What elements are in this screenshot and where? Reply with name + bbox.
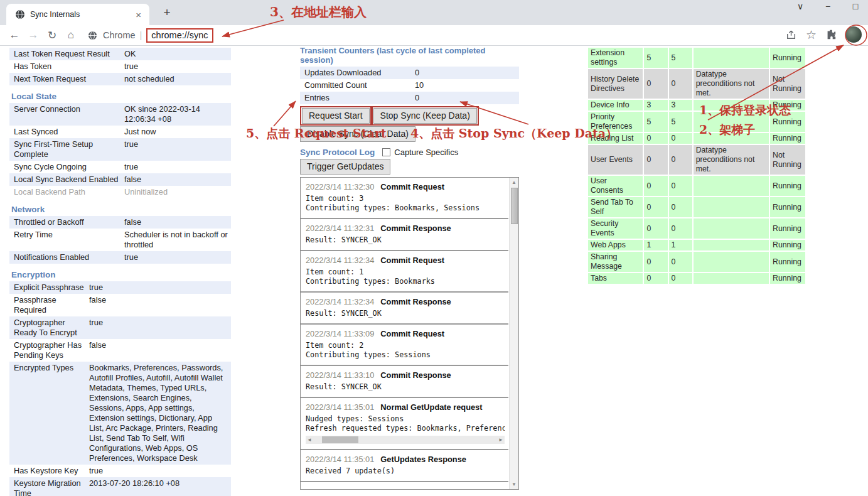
datatype-message — [694, 218, 769, 239]
log-entry-body: Result: SYNCER_OK — [306, 382, 505, 392]
status-row: Throttled or Backoff false — [9, 216, 231, 229]
forward-button[interactable]: → — [24, 29, 43, 41]
datatype-total-count: 3 — [644, 100, 667, 111]
datatype-total-count: 1 — [644, 240, 667, 251]
log-entry-title: GetUpdates Response — [380, 455, 466, 464]
section-local-state: Local State — [11, 92, 231, 101]
status-row: Cryptographer Has Pending Keys false — [9, 339, 231, 362]
status-row: Server Connection OK since 2022-03-14 12… — [9, 103, 231, 126]
v-scroll-thumb[interactable] — [511, 188, 518, 224]
datatype-row: Security Events 0 0 Running — [588, 218, 805, 239]
log-entry-body: Result: SYNCER_OK — [306, 309, 505, 318]
datatype-live-count: 0 — [669, 273, 692, 284]
datatype-total-count: 0 — [644, 133, 667, 144]
request-start-button[interactable]: Request Start — [302, 108, 370, 124]
home-button[interactable]: ⌂ — [62, 29, 80, 41]
counter-row: Updates Downloaded 0 — [300, 67, 519, 79]
sync-protocol-log-title: Sync Protocol Log — [300, 148, 375, 157]
status-row: Last Synced Just now — [9, 126, 231, 138]
datatype-status: Running — [770, 48, 805, 68]
browser-tab[interactable]: Sync Internals × — [6, 4, 149, 25]
datatype-total-count: 0 — [644, 145, 667, 175]
datatype-name: Security Events — [588, 218, 643, 239]
tab-close-icon[interactable]: × — [132, 9, 144, 20]
tab-title: Sync Internals — [30, 10, 132, 19]
log-entry-body: Item count: 3 Contributing types: Bookma… — [306, 194, 505, 213]
status-row: Local Backend Path Uninitialized — [9, 186, 231, 198]
log-entry-title: Commit Request — [380, 329, 444, 338]
url-text[interactable]: chrome://sync — [146, 28, 213, 43]
scroll-up-icon[interactable]: ▲ — [510, 180, 518, 185]
stop-sync-annotation-box: Stop Sync (Keep Data) — [372, 106, 479, 126]
datatype-name: Send Tab To Self — [588, 197, 643, 217]
log-entry-title: Commit Request — [380, 256, 444, 265]
datatype-live-count: 1 — [669, 240, 692, 251]
datatype-row: Web Apps 1 1 Running — [588, 240, 805, 251]
profile-avatar[interactable] — [845, 26, 862, 43]
address-bar[interactable]: Chrome | chrome://sync — [88, 28, 213, 43]
log-entry: 2022/3/14 11:32:30Commit Request Item co… — [301, 178, 508, 219]
scroll-left-icon[interactable]: ◄ — [306, 437, 313, 443]
new-tab-button[interactable]: + — [159, 6, 174, 19]
status-row: Encrypted Types Bookmarks, Preferences, … — [9, 362, 231, 465]
status-row: Cryptographer Ready To Encrypt true — [9, 316, 231, 339]
sync-protocol-panel: Transient Counters (last cycle of last c… — [300, 46, 519, 490]
datatype-live-count: 0 — [669, 218, 692, 239]
tab-strip: Sync Internals × + ∨ − □ — [0, 0, 868, 25]
h-scroll-thumb[interactable] — [322, 436, 358, 443]
scroll-down-icon[interactable]: ▼ — [510, 482, 518, 487]
datatype-name: User Events — [588, 145, 643, 175]
datatype-message: Datatype preconditions not met. — [694, 69, 769, 99]
datatype-row: User Consents 0 0 Running — [588, 176, 805, 196]
capture-specifics-checkbox[interactable] — [382, 148, 390, 156]
window-maximize-icon[interactable]: □ — [850, 1, 860, 11]
status-row: Explicit Passphrase true — [9, 281, 231, 294]
status-row: Sync First-Time Setup Complete true — [9, 138, 231, 161]
datatype-name: Extension settings — [588, 48, 643, 68]
stop-sync-button[interactable]: Stop Sync (Keep Data) — [373, 108, 477, 124]
horizontal-scrollbar[interactable]: ◄ ► — [306, 436, 505, 444]
datatype-total-count: 5 — [644, 112, 667, 132]
datatype-status: Running — [770, 176, 805, 196]
datatype-name: User Consents — [588, 176, 643, 196]
datatype-row: Tabs 0 0 Running — [588, 273, 805, 284]
log-entry-body: Item count: 1 Contributing types: Bookma… — [306, 267, 505, 286]
datatype-total-count: 0 — [644, 197, 667, 217]
scroll-right-icon[interactable]: ► — [497, 437, 505, 443]
datatype-message — [694, 273, 769, 284]
status-row: Notifications Enabled true — [9, 251, 231, 264]
datatype-message — [694, 176, 769, 196]
reload-button[interactable]: ↻ — [43, 29, 62, 42]
datatype-status: Running — [770, 273, 805, 284]
window-minimize-icon[interactable]: − — [823, 1, 833, 11]
vertical-scrollbar[interactable]: ▲ ▼ — [509, 178, 518, 489]
window-chevron-icon[interactable]: ∨ — [795, 1, 805, 11]
annotation-step2: 2、架梯子 — [699, 120, 791, 139]
log-entry: 2022/3/14 11:32:31Commit Response Result… — [301, 219, 508, 251]
log-entry: 2022/3/14 11:33:10Commit Response Result… — [301, 366, 508, 398]
status-row: Last Token Request Result OK — [9, 48, 231, 60]
share-icon[interactable] — [786, 30, 797, 40]
log-entry: 2022/3/14 11:33:09Commit Request Item co… — [301, 325, 508, 366]
log-timestamp: 2022/3/14 11:32:30 — [306, 182, 374, 191]
log-entry-title: Commit Response — [380, 370, 451, 380]
browser-toolbar: ← → ↻ ⌂ Chrome | chrome://sync — [0, 25, 868, 46]
datatype-name: Tabs — [588, 273, 643, 284]
status-row: Keystore Migration Time 2013-07-20 18:26… — [9, 477, 231, 496]
back-button[interactable]: ← — [5, 29, 24, 41]
chrome-label: Chrome — [103, 30, 136, 40]
trigger-getupdates-button[interactable]: Trigger GetUpdates — [300, 159, 390, 175]
extensions-puzzle-icon[interactable] — [825, 29, 837, 40]
datatype-live-count: 0 — [669, 145, 692, 175]
section-encryption: Encryption — [11, 270, 231, 279]
bookmark-star-icon[interactable]: ☆ — [806, 28, 817, 42]
datatype-total-count: 0 — [644, 218, 667, 239]
counter-row: Entries 0 — [300, 92, 519, 104]
status-row: Sync Cycle Ongoing true — [9, 161, 231, 173]
sync-status-panel: Last Token Request Result OK Has Token t… — [9, 48, 231, 496]
datatype-message — [694, 48, 769, 68]
status-row: Next Token Request not scheduled — [9, 73, 231, 85]
log-timestamp: 2022/3/14 11:35:01 — [306, 455, 374, 464]
datatype-live-count: 3 — [669, 100, 692, 111]
log-entry: 2022/3/14 11:32:34Commit Request Item co… — [301, 251, 508, 293]
